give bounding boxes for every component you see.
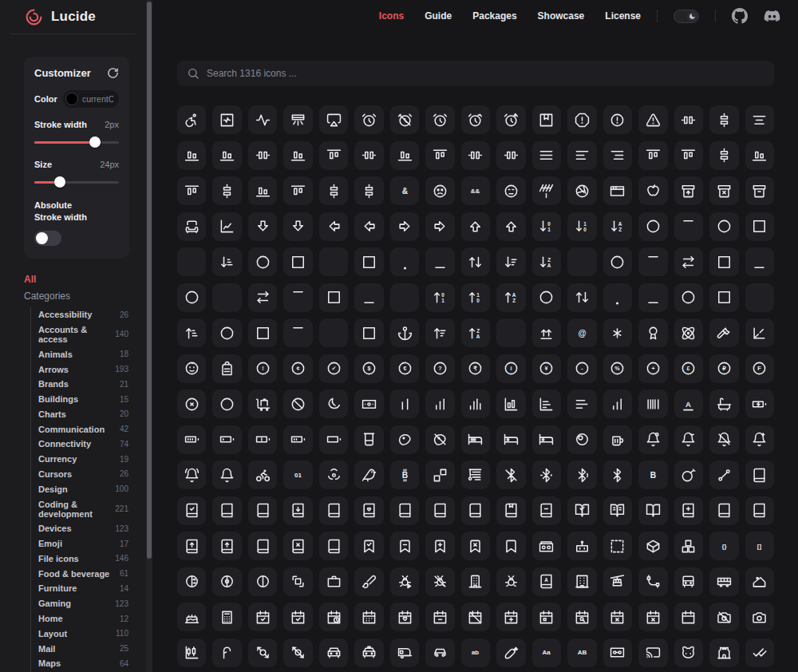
icon-book-up[interactable]	[212, 532, 241, 560]
icon-arrow-down-1-0[interactable]: 10	[567, 212, 596, 241]
icon-calendar-check[interactable]	[283, 603, 312, 631]
icon-album[interactable]	[532, 105, 561, 134]
icon-alarm-clock-minus[interactable]	[461, 105, 490, 134]
category-item[interactable]: Coding & development221	[31, 496, 128, 521]
icon-building[interactable]	[567, 567, 596, 596]
icon-bomb[interactable]	[674, 461, 703, 489]
icon-book-down[interactable]	[283, 496, 312, 525]
icon-book-up-2[interactable]	[177, 532, 206, 560]
icon-arrow-down-wide-narrow[interactable]	[496, 247, 525, 276]
icon-arrow-up-1-0[interactable]: 10	[461, 283, 490, 312]
icon-arrow-right-from-line[interactable]	[283, 283, 312, 312]
icon-baggage-claim[interactable]	[248, 389, 277, 418]
icon-arrow-down-up[interactable]	[461, 247, 490, 276]
icon-book-open-text[interactable]	[603, 496, 632, 525]
icon-align-vertical-justify-center[interactable]	[212, 176, 241, 205]
icon-cat[interactable]	[674, 638, 703, 667]
icon-align-end-vertical[interactable]	[212, 141, 241, 170]
icon-book-copy[interactable]	[212, 496, 241, 525]
icon-bluetooth[interactable]	[603, 461, 632, 489]
icon-book-check[interactable]	[177, 496, 206, 525]
icon-case-upper[interactable]: AB	[567, 638, 596, 667]
icon-align-horizontal-justify-center[interactable]	[354, 141, 383, 170]
nav-link-showcase[interactable]: Showcase	[538, 10, 585, 22]
icon-badge-alert[interactable]: !	[248, 354, 277, 383]
icon-bell-dot[interactable]	[638, 425, 667, 454]
icon-badge-pound-sterling[interactable]: £	[674, 354, 703, 383]
icon-arrow-down-right[interactable]	[319, 247, 348, 276]
icon-arrows-up-from-line[interactable]	[532, 318, 561, 347]
icon-battery[interactable]	[319, 425, 348, 454]
icon-calendar-off[interactable]	[461, 603, 490, 631]
icon-cable-car[interactable]	[603, 567, 632, 596]
category-item[interactable]: Connectivity74	[31, 437, 128, 452]
nav-link-license[interactable]: License	[605, 10, 641, 22]
icon-bluetooth-searching[interactable]	[567, 461, 596, 489]
icon-calendar-x-2[interactable]	[603, 603, 632, 631]
icon-brain[interactable]	[248, 567, 277, 596]
icon-briefcase[interactable]	[319, 567, 348, 596]
category-item[interactable]: Accessibility26	[31, 307, 128, 322]
category-item[interactable]: Emoji17	[31, 536, 128, 551]
sidebar-scrollbar[interactable]	[146, 0, 152, 672]
icon-book[interactable]	[319, 532, 348, 560]
icon-arrow-big-right[interactable]	[425, 212, 454, 241]
icon-arrow-right-circle[interactable]	[177, 283, 206, 312]
icon-anchor[interactable]	[390, 318, 419, 347]
icon-bar-chart-3[interactable]	[425, 389, 454, 418]
github-icon[interactable]	[732, 8, 748, 24]
icon-bath[interactable]	[709, 389, 738, 418]
icon-arrow-up-narrow-wide[interactable]	[177, 318, 206, 347]
icon-box[interactable]	[638, 532, 667, 560]
category-item[interactable]: Brands21	[31, 377, 128, 392]
icon-book-key[interactable]	[425, 496, 454, 525]
icon-cassette-tape[interactable]	[603, 638, 632, 667]
icon-alarm-clock-plus[interactable]	[496, 105, 525, 134]
icon-building-2[interactable]	[461, 567, 490, 596]
category-item[interactable]: Cursors26	[31, 467, 128, 482]
icon-arrow-left[interactable]	[212, 283, 241, 312]
icon-bluetooth-connected[interactable]	[532, 461, 561, 489]
icon-arrow-down-z-a[interactable]: ZA	[532, 247, 561, 276]
icon-book-plus[interactable]	[674, 496, 703, 525]
icon-arrow-down-right-from-circle[interactable]	[248, 247, 277, 276]
icon-calculator[interactable]	[212, 603, 241, 631]
icon-align-center-vertical[interactable]	[709, 105, 738, 134]
icon-cake[interactable]	[177, 603, 206, 631]
icon-brush[interactable]	[354, 567, 383, 596]
color-swatch[interactable]	[65, 93, 78, 105]
icon-battery-charging[interactable]	[745, 389, 774, 418]
icon-arrow-big-down-dash[interactable]	[248, 212, 277, 241]
icon-brain-circuit[interactable]	[177, 567, 206, 596]
icon-aperture[interactable]	[567, 176, 596, 205]
icon-binary[interactable]: 01	[283, 461, 312, 489]
icon-at-sign[interactable]: @	[567, 318, 596, 347]
icon-book-lock[interactable]	[461, 496, 490, 525]
icon-brain-cog[interactable]	[212, 567, 241, 596]
icon-badge-minus[interactable]: -	[567, 354, 596, 383]
icon-calendar-plus[interactable]	[496, 603, 525, 631]
icon-arrow-down-left[interactable]	[177, 247, 206, 276]
icon-align-center-horizontal[interactable]	[674, 105, 703, 134]
icon-arrow-big-left[interactable]	[354, 212, 383, 241]
icon-badge-x[interactable]	[177, 389, 206, 418]
sidebar-scrollbar-thumb[interactable]	[147, 2, 152, 559]
icon-braces[interactable]: {}	[709, 532, 738, 560]
icon-badge-percent[interactable]: %	[603, 354, 632, 383]
icon-bar-chart-2[interactable]	[390, 389, 419, 418]
category-item[interactable]: Currency19	[31, 452, 128, 467]
icon-battery-warning[interactable]	[248, 425, 277, 454]
icon-castle[interactable]	[709, 638, 738, 667]
icon-arrow-big-right-dash[interactable]	[390, 212, 419, 241]
category-item[interactable]: Devices123	[31, 521, 128, 536]
icon-calendar-heart[interactable]	[390, 603, 419, 631]
icon-calendar-clock[interactable]	[319, 603, 348, 631]
icon-badge-info[interactable]: i	[496, 354, 525, 383]
icon-camera-off[interactable]	[709, 603, 738, 631]
icon-align-vertical-space-between[interactable]	[354, 176, 383, 205]
icon-arrow-down[interactable]	[567, 247, 596, 276]
icon-biohazard[interactable]	[319, 461, 348, 489]
icon-arrow-down-square[interactable]	[354, 247, 383, 276]
icon-badge[interactable]	[212, 389, 241, 418]
icon-arrow-down-from-line[interactable]	[674, 212, 703, 241]
